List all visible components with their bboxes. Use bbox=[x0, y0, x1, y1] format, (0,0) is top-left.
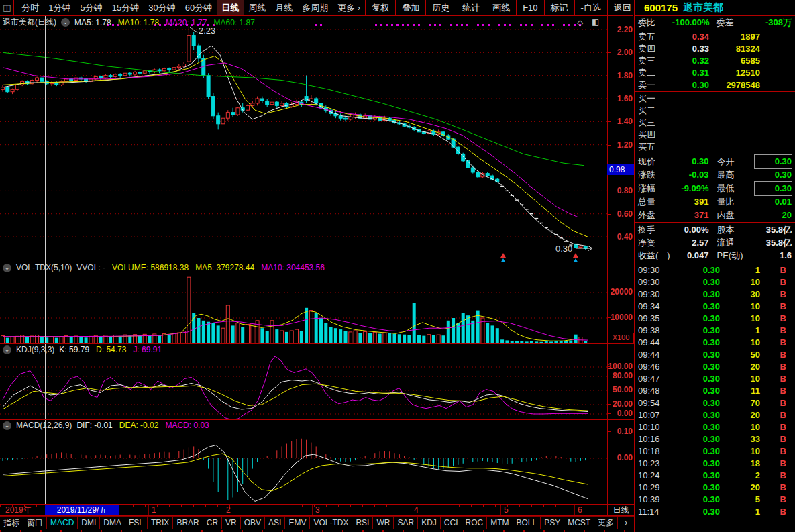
chart-action-button[interactable]: -自选 bbox=[575, 0, 608, 15]
month-tick-label: 4 bbox=[414, 505, 419, 515]
stock-header: 600175 退市美都 bbox=[635, 0, 795, 16]
indicator-button[interactable]: BRAR bbox=[172, 516, 203, 529]
axis-tick-label: 10000 bbox=[611, 313, 633, 322]
period-menu-item[interactable]: 多周期 bbox=[297, 0, 333, 15]
indicator-button[interactable]: CCI bbox=[440, 516, 462, 529]
selected-date-label: 2019/11/29/五 bbox=[45, 505, 119, 515]
chart-action-button[interactable]: 标记 bbox=[545, 0, 575, 15]
buy-level-row[interactable]: 买一 bbox=[635, 93, 795, 105]
volume-panel[interactable]: ⌄ VOL-TDX(5,10) VVOL: -VOLUME: 586918.38… bbox=[0, 262, 607, 343]
indicator-button[interactable]: 更多 bbox=[594, 516, 618, 529]
collapse-icon[interactable]: ⌄ bbox=[3, 421, 11, 430]
kdj-panel[interactable]: ⌄ KDJ(9,3,3) K: 59.79D: 54.73J: 69.91 bbox=[0, 344, 607, 419]
tick-row: 10:180.30 10B bbox=[635, 445, 795, 458]
period-menu-item[interactable]: 日线 bbox=[217, 0, 244, 15]
collapse-icon[interactable]: ⌄ bbox=[3, 264, 11, 272]
indicator-button[interactable]: ASI bbox=[264, 516, 285, 529]
chart-action-button[interactable]: 叠加 bbox=[396, 0, 426, 15]
axis-tick-label: 100.00 bbox=[608, 362, 633, 371]
period-menu-item[interactable]: 1分钟 bbox=[44, 0, 75, 15]
indicator-button[interactable]: CR bbox=[203, 516, 222, 529]
sell-level-row[interactable]: 卖四0.3381324 bbox=[635, 43, 795, 55]
tick-row: 10:100.30 10B bbox=[635, 421, 795, 433]
signal-triangle-red bbox=[500, 253, 506, 258]
sell-level-row[interactable]: 卖三0.326585 bbox=[635, 55, 795, 67]
axis-tick-label: 0.40 bbox=[617, 232, 633, 242]
indicator-button[interactable]: PSY bbox=[540, 516, 564, 529]
chart-action-button[interactable]: 画线 bbox=[486, 0, 517, 15]
chart-action-button[interactable]: F10 bbox=[517, 0, 544, 15]
period-menu-item[interactable]: 60分钟 bbox=[180, 0, 217, 15]
signal-triangle-red bbox=[573, 253, 578, 258]
period-menu-item[interactable]: 分时 bbox=[17, 0, 44, 15]
macd-panel[interactable]: ⌄ MACD(12,26,9) DIF: -0.01DEA: -0.02MACD… bbox=[0, 420, 607, 504]
indicator-button[interactable]: 窗口 bbox=[23, 516, 47, 529]
period-menu-item[interactable]: 周线 bbox=[244, 0, 270, 15]
tick-row: 11:140.30 1B bbox=[635, 506, 795, 518]
period-menu-item[interactable]: 更多 › bbox=[333, 0, 365, 15]
period-menu-item[interactable]: 5分钟 bbox=[76, 0, 107, 15]
period-menu-item[interactable]: 30分钟 bbox=[144, 0, 180, 15]
month-tick-label: 3 bbox=[315, 505, 320, 515]
indicator-button[interactable]: DMA bbox=[99, 516, 125, 529]
top-menu-bar: ◫ 分时1分钟5分钟15分钟30分钟60分钟日线周线月线多周期更多 › 复权叠加… bbox=[0, 0, 633, 16]
indicator-button[interactable]: MCST bbox=[564, 516, 594, 529]
period-menu-item[interactable]: 15分钟 bbox=[107, 0, 144, 15]
candlestick-panel[interactable]: 退市美都(日线) ⌄ MA5: 1.78MA10: 1.78MA20: 1.77… bbox=[0, 16, 607, 262]
buy-level-row[interactable]: 买三 bbox=[635, 117, 795, 129]
indicator-button[interactable]: EMV bbox=[284, 516, 310, 529]
indicator-button[interactable]: › bbox=[617, 516, 635, 529]
indicator-button[interactable]: 指标 bbox=[0, 516, 23, 529]
chart-action-button[interactable]: 复权 bbox=[366, 0, 396, 15]
tick-row: 09:540.30 70B bbox=[635, 397, 795, 409]
indicator-button[interactable]: VOL-TDX bbox=[309, 516, 352, 529]
chart-action-button[interactable]: 历史 bbox=[426, 0, 456, 15]
split-window-icon[interactable]: ◧ bbox=[592, 17, 599, 27]
collapse-icon[interactable]: ⌄ bbox=[3, 345, 11, 354]
indicator-button[interactable]: FSL bbox=[125, 516, 148, 529]
axis-tick-label: 50.00 bbox=[613, 385, 633, 394]
indicator-button[interactable]: DMI bbox=[77, 516, 100, 529]
chart-action-button[interactable]: 统计 bbox=[456, 0, 486, 15]
sell-level-row[interactable]: 卖一0.302978548 bbox=[635, 79, 795, 91]
axis-tick-label: 0.60 bbox=[617, 209, 633, 219]
sell-level-row[interactable]: 卖二0.3112510 bbox=[635, 67, 795, 79]
order-book-sells: 卖五0.341897 卖四0.3381324 卖三0.326585 卖二0.31… bbox=[635, 30, 795, 92]
indicator-button[interactable]: RSI bbox=[352, 516, 373, 529]
indicator-button[interactable]: VR bbox=[221, 516, 241, 529]
macd-axis: 0.100.00 bbox=[608, 419, 634, 504]
indicator-button[interactable]: BOLL bbox=[513, 516, 541, 529]
indicator-button[interactable]: ROC bbox=[462, 516, 488, 529]
indicator-button[interactable]: WR bbox=[372, 516, 394, 529]
stat-row: 外盘371 内盘20 bbox=[635, 209, 795, 222]
axis-tick-label: 1.40 bbox=[617, 117, 633, 126]
tick-row: 09:350.30 10B bbox=[635, 313, 795, 325]
stat-row: 涨跌-0.03 最高0.30 bbox=[635, 168, 795, 182]
sell-level-row[interactable]: 卖五0.341897 bbox=[635, 31, 795, 43]
month-tick-label: 1 bbox=[152, 505, 156, 515]
axis-tick-label: 0.80 bbox=[617, 186, 633, 195]
indicator-button[interactable]: KDJ bbox=[417, 516, 441, 529]
period-menu: 分时1分钟5分钟15分钟30分钟60分钟日线周线月线多周期更多 › bbox=[13, 0, 365, 15]
indicator-button[interactable]: MTM bbox=[486, 516, 513, 529]
volume-svg bbox=[0, 262, 607, 343]
indicator-button[interactable]: MACD bbox=[46, 516, 78, 529]
last-price-annotation: 0.30 bbox=[555, 244, 572, 254]
axis-tick-label: 20000 bbox=[611, 287, 633, 297]
indicator-button[interactable]: TRIX bbox=[147, 516, 173, 529]
diamond-icon[interactable]: ◇ bbox=[577, 18, 583, 28]
collapse-icon[interactable]: ⌄ bbox=[61, 18, 70, 27]
month-tick-label: 2 bbox=[226, 505, 231, 515]
buy-level-row[interactable]: 买四 bbox=[635, 129, 795, 141]
indicator-button[interactable]: OBV bbox=[240, 516, 265, 529]
period-menu-item[interactable]: 月线 bbox=[270, 0, 297, 15]
axis-tick-label: 1.60 bbox=[617, 94, 633, 103]
layout-icon[interactable]: ◫ bbox=[3, 3, 11, 13]
buy-level-row[interactable]: 买二 bbox=[635, 105, 795, 117]
month-tick-label: 6 bbox=[578, 505, 582, 515]
buy-level-row[interactable]: 买五 bbox=[635, 141, 795, 153]
indicator-button[interactable]: SAR bbox=[393, 516, 418, 529]
axis-tick-label: 0.00 bbox=[617, 409, 633, 418]
period-label: 日线 bbox=[607, 504, 635, 516]
tick-row: 10:070.30 20B bbox=[635, 409, 795, 421]
